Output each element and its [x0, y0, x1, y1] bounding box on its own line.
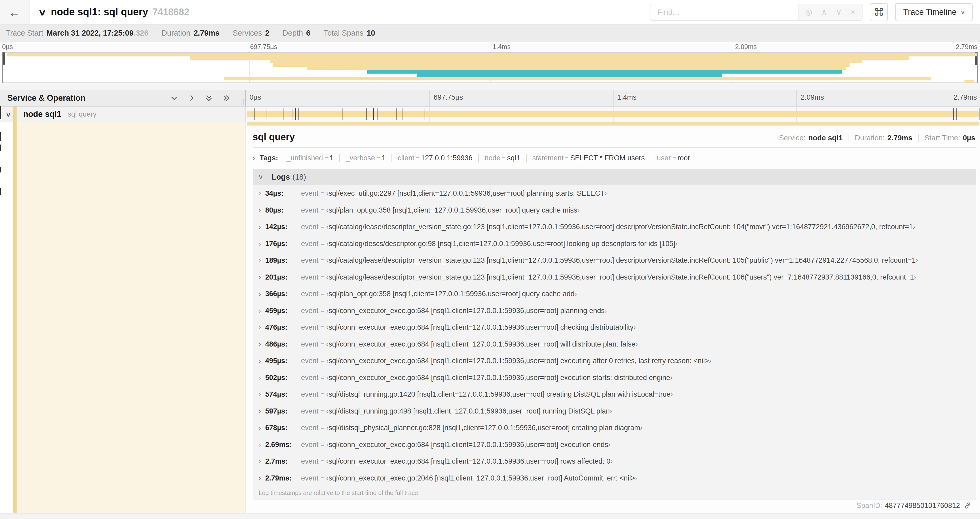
chevron-right-icon[interactable]: › — [259, 374, 261, 382]
chevron-right-icon[interactable]: › — [259, 474, 261, 482]
log-row[interactable]: ›34µs:event=‹sql/exec_util.go:2297 [nsql… — [253, 185, 976, 202]
locate-icon[interactable]: ◎ — [805, 7, 812, 17]
chevron-down-icon[interactable]: ∨ — [5, 110, 11, 118]
keyboard-shortcuts-button[interactable]: ⌘ — [870, 3, 888, 21]
tags-row[interactable]: › Tags: _unfinished=1_verbose=1client=12… — [253, 152, 976, 164]
log-row[interactable]: ›574µs:event=‹sql/distsql_running.go:142… — [253, 386, 976, 403]
log-row[interactable]: ›142µs:event=‹sql/catalog/lease/descript… — [253, 219, 976, 235]
minimap-ruler: 0µs 697.75µs 1.4ms 2.09ms 2.79ms — [0, 42, 980, 52]
chevron-right-icon[interactable]: › — [259, 206, 261, 214]
deep-link-icon[interactable] — [964, 501, 972, 509]
log-field-name: event — [301, 457, 318, 465]
log-row[interactable]: ›80µs:event=‹sql/plan_opt.go:358 [nsql1,… — [253, 202, 976, 219]
span-service-name: node sql1 — [23, 109, 61, 119]
log-row[interactable]: ›189µs:event=‹sql/catalog/lease/descript… — [253, 252, 976, 269]
minimap-span-bar — [417, 73, 722, 77]
chevron-right-icon[interactable]: › — [253, 154, 255, 162]
timeline-ruler: 0µs 697.75µs 1.4ms 2.09ms 2.79ms — [246, 90, 980, 106]
log-row[interactable]: ›502µs:event=‹sql/conn_executor_exec.go:… — [253, 369, 976, 386]
chevron-right-icon[interactable]: › — [259, 340, 261, 348]
tag-item[interactable]: user=root — [651, 154, 696, 162]
log-value: ‹sql/conn_executor_exec.go:684 [nsql1,cl… — [326, 374, 673, 382]
back-button[interactable]: ← — [0, 0, 30, 24]
log-marker-tick — [979, 109, 980, 120]
prev-result-icon[interactable]: ∧ — [821, 7, 827, 17]
tag-key: _unfinished — [286, 154, 323, 162]
equals-sign: = — [318, 475, 326, 482]
log-row[interactable]: ›2.79ms:event=‹sql/conn_executor_exec.go… — [253, 470, 976, 487]
tags-list: _unfinished=1_verbose=1client=127.0.0.1:… — [281, 154, 695, 162]
log-value: ‹sql/conn_executor_exec.go:684 [nsql1,cl… — [326, 340, 638, 348]
log-row[interactable]: ›476µs:event=‹sql/conn_executor_exec.go:… — [253, 319, 976, 336]
chevron-right-icon[interactable]: › — [259, 223, 261, 231]
next-result-icon[interactable]: ∨ — [836, 7, 842, 17]
log-row[interactable]: ›597µs:event=‹sql/distsql_running.go:498… — [253, 403, 976, 420]
edge-artifact — [0, 132, 1, 141]
ruler-tick: 2.79ms — [953, 93, 977, 102]
minimap-gap — [0, 83, 980, 90]
log-row[interactable]: ›2.7ms:event=‹sql/conn_executor_exec.go:… — [253, 453, 976, 470]
log-row[interactable]: ›2.69ms:event=‹sql/conn_executor_exec.go… — [253, 436, 976, 454]
chevron-right-icon[interactable]: › — [259, 307, 261, 315]
equals-sign: = — [318, 458, 326, 465]
span-duration-bar[interactable] — [247, 111, 979, 117]
tag-item[interactable]: statement=SELECT * FROM users — [527, 154, 651, 162]
log-row[interactable]: ›176µs:event=‹sql/catalog/descs/descript… — [253, 235, 976, 252]
chevron-right-icon[interactable]: › — [259, 441, 261, 449]
chevron-right-icon[interactable]: › — [259, 424, 261, 432]
tag-value: 1 — [329, 154, 334, 162]
column-resize-handle[interactable]: || — [240, 97, 245, 105]
viewport-left-handle[interactable] — [3, 53, 5, 65]
chevron-right-icon[interactable]: › — [259, 273, 261, 281]
chevron-right-icon[interactable]: › — [259, 189, 261, 198]
chevron-right-icon[interactable]: › — [259, 457, 261, 465]
tag-item[interactable]: _unfinished=1 — [281, 154, 340, 162]
expand-all-icon[interactable] — [222, 94, 231, 102]
trace-start: Trace StartMarch 31 2022, 17:25:09.326 — [6, 29, 155, 37]
edge-artifact — [0, 167, 1, 172]
logs-header[interactable]: ∨ Logs (18) — [253, 169, 976, 185]
chevron-right-icon[interactable]: › — [259, 407, 261, 415]
logs-footnote: Log timestamps are relative to the start… — [253, 487, 976, 499]
chevron-right-icon[interactable]: › — [259, 240, 261, 248]
clear-search-icon[interactable]: × — [851, 8, 855, 17]
log-row[interactable]: ›678µs:event=‹sql/distsql_physical_plann… — [253, 420, 976, 436]
log-field-name: event — [301, 290, 318, 298]
expand-one-icon[interactable] — [187, 94, 196, 102]
chevron-right-icon[interactable]: › — [259, 290, 261, 298]
trace-view-dropdown[interactable]: Trace Timeline ∨ — [895, 3, 973, 21]
log-value: ‹sql/distsql_running.go:1420 [nsql1,clie… — [326, 390, 673, 398]
chevron-right-icon[interactable]: › — [259, 390, 261, 398]
log-row[interactable]: ›486µs:event=‹sql/conn_executor_exec.go:… — [253, 336, 976, 353]
detail-duration: Duration:2.79ms — [849, 134, 919, 142]
log-row[interactable]: ›201µs:event=‹sql/catalog/lease/descript… — [253, 269, 976, 286]
log-row[interactable]: ›495µs:event=‹sql/conn_executor_exec.go:… — [253, 353, 976, 369]
tag-key: statement — [532, 154, 564, 162]
chevron-down-icon[interactable]: ∨ — [38, 7, 47, 18]
log-row[interactable]: ›366µs:event=‹sql/plan_opt.go:358 [nsql1… — [253, 286, 976, 302]
log-marker-tick — [342, 109, 342, 120]
log-marker-tick — [373, 109, 374, 120]
collapse-all-icon[interactable] — [205, 94, 213, 102]
span-operation-name: sql query — [68, 110, 97, 118]
chevron-right-icon[interactable]: › — [259, 256, 261, 265]
find-tools: ◎ ∧ ∨ × — [798, 4, 862, 20]
span-row-timeline[interactable] — [246, 107, 980, 122]
collapse-one-icon[interactable] — [170, 94, 178, 102]
logs-count: (18) — [293, 173, 306, 181]
chevron-down-icon[interactable]: ∨ — [258, 173, 263, 181]
trace-minimap[interactable] — [2, 52, 978, 83]
tag-item[interactable]: _verbose=1 — [340, 154, 392, 162]
find-input[interactable] — [651, 4, 798, 20]
log-timestamp: 574µs: — [265, 390, 301, 398]
tag-item[interactable]: node=sql1 — [479, 154, 527, 162]
minimap-span-bar — [190, 56, 909, 60]
log-row[interactable]: ›459µs:event=‹sql/conn_executor_exec.go:… — [253, 302, 976, 319]
log-marker-tick — [366, 109, 367, 120]
detail-header: sql query Service:node sql1 Duration:2.7… — [253, 132, 976, 143]
span-row[interactable]: ∨ node sql1 sql query — [0, 107, 980, 122]
log-timestamp: 201µs: — [265, 273, 301, 281]
chevron-right-icon[interactable]: › — [259, 323, 261, 332]
chevron-right-icon[interactable]: › — [259, 357, 261, 365]
tag-item[interactable]: client=127.0.0.1:59936 — [392, 154, 479, 162]
